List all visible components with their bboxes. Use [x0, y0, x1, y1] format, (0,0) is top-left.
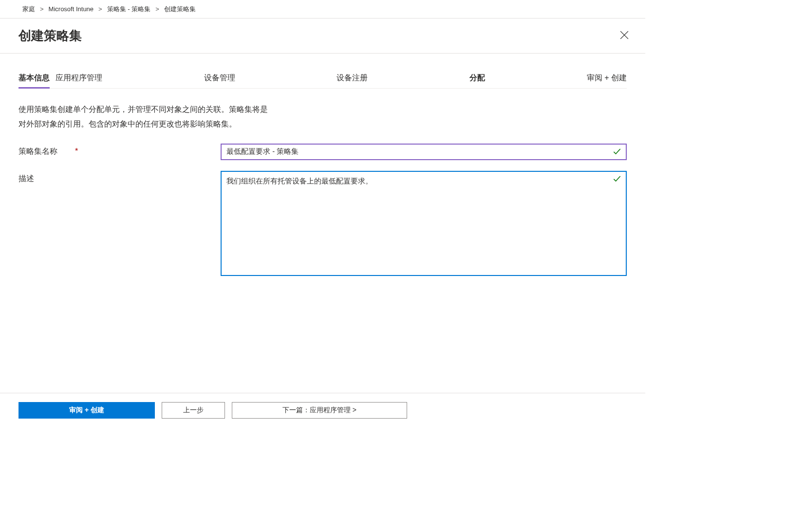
policy-description-textarea[interactable]: [221, 171, 627, 276]
breadcrumb-item-intune[interactable]: Microsoft Intune: [49, 5, 94, 13]
checkmark-icon: [612, 174, 622, 185]
policy-name-input[interactable]: [221, 144, 627, 160]
intro-line1: 使用策略集创建单个分配单元，并管理不同对象之间的关联。策略集将是: [19, 102, 359, 117]
page-title: 创建策略集: [19, 27, 82, 44]
tab-assignments[interactable]: 分配: [469, 70, 485, 88]
tab-device-enrollment[interactable]: 设备注册: [337, 70, 368, 88]
label-policy-description-text: 描述: [19, 174, 34, 184]
breadcrumb-item-policysets[interactable]: 策略集 - 策略集: [107, 5, 151, 14]
breadcrumb-item-create: 创建策略集: [164, 5, 196, 14]
checkmark-icon: [612, 147, 622, 158]
close-icon[interactable]: [617, 30, 632, 42]
next-button[interactable]: 下一篇：应用程序管理 >: [232, 402, 407, 419]
label-policy-name-text: 策略集名称: [19, 147, 57, 157]
row-policy-name: 策略集名称 *: [19, 144, 627, 160]
breadcrumb-sep: >: [155, 5, 159, 13]
tab-device-management[interactable]: 设备管理: [204, 70, 235, 88]
breadcrumb: 家庭 > Microsoft Intune > 策略集 - 策略集 > 创建策略…: [0, 0, 645, 18]
wizard-tabs: 基本信息 应用程序管理 设备管理 设备注册 分配 审阅 + 创建: [19, 70, 627, 89]
page-header: 创建策略集: [0, 18, 645, 54]
tab-review-create[interactable]: 审阅 + 创建: [587, 70, 627, 88]
tab-app-management[interactable]: 应用程序管理: [56, 70, 102, 88]
breadcrumb-sep: >: [98, 5, 102, 13]
review-create-button[interactable]: 审阅 + 创建: [19, 402, 155, 419]
label-policy-name: 策略集名称 *: [19, 144, 221, 157]
previous-button[interactable]: 上一步: [162, 402, 225, 419]
breadcrumb-item-home[interactable]: 家庭: [22, 5, 35, 14]
required-indicator: *: [75, 147, 78, 156]
label-policy-description: 描述: [19, 171, 221, 184]
intro-text: 使用策略集创建单个分配单元，并管理不同对象之间的关联。策略集将是 对外部对象的引…: [19, 102, 359, 132]
tab-basics[interactable]: 基本信息: [19, 70, 50, 88]
intro-line2: 对外部对象的引用。包含的对象中的任何更改也将影响策略集。: [19, 117, 359, 131]
breadcrumb-sep: >: [40, 5, 44, 13]
row-policy-description: 描述: [19, 171, 627, 277]
wizard-footer: 审阅 + 创建 上一步 下一篇：应用程序管理 >: [0, 393, 645, 428]
